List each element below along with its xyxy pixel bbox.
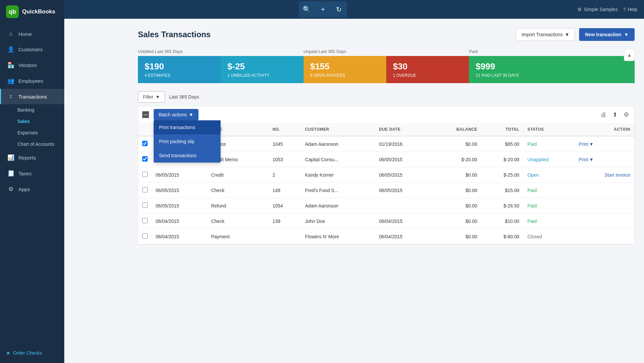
new-transaction-button[interactable]: New transaction ▼ xyxy=(579,28,635,41)
sidebar-item-reports-label: Reports xyxy=(18,155,36,161)
select-all-checkbox[interactable]: — xyxy=(142,111,149,118)
sidebar-item-customers-label: Customers xyxy=(18,47,43,52)
topbar-center: 🔍 + ↻ xyxy=(71,1,575,17)
row-date: 06/05/2015 xyxy=(152,167,207,183)
row-date: 06/05/2015 xyxy=(152,183,207,198)
estimates-card[interactable]: $190 4 ESTIMATES xyxy=(138,56,221,83)
row-checkbox-cell xyxy=(138,198,152,214)
home-icon: ⌂ xyxy=(7,31,14,37)
col-due-date[interactable]: DUE DATE xyxy=(375,123,430,136)
sidebar-item-taxes[interactable]: 🧾 Taxes xyxy=(0,166,64,181)
print-icon-button[interactable]: 🖨 xyxy=(599,110,608,120)
row-no xyxy=(268,229,301,244)
unpaid-label: Unpaid Last 365 Days xyxy=(304,49,469,54)
table-container: — Batch actions ▼ Print transactions Pri… xyxy=(138,106,635,245)
row-checkbox[interactable] xyxy=(142,172,148,177)
row-checkbox[interactable] xyxy=(142,233,148,239)
batch-print-packing-slip[interactable]: Print packing slip xyxy=(154,134,221,148)
row-status: Unapplied xyxy=(524,152,575,167)
settings-label: Simple Samples xyxy=(584,7,618,12)
col-customer[interactable]: CUSTOMER xyxy=(301,123,375,136)
row-total: $10.00 xyxy=(481,214,524,229)
row-date: 06/04/2015 xyxy=(152,229,207,244)
row-checkbox-cell xyxy=(138,214,152,229)
row-checkbox[interactable] xyxy=(142,187,148,192)
export-icon-button[interactable]: ⬆ xyxy=(611,110,619,120)
sidebar-sub-banking[interactable]: Banking xyxy=(0,104,64,116)
open-invoices-card[interactable]: $155 6 OPEN INVOICES xyxy=(304,56,386,83)
col-no[interactable]: NO. xyxy=(268,123,301,136)
sidebar-item-employees[interactable]: 👥 Employees xyxy=(0,73,64,89)
row-customer: Adam Aaronson xyxy=(301,136,375,152)
col-status[interactable]: STATUS xyxy=(524,123,575,136)
estimates-amount: $190 xyxy=(145,61,214,72)
col-balance[interactable]: BALANCE xyxy=(430,123,481,136)
table-row: 06/05/2015 Refund 1054 Adam Aaronson $0.… xyxy=(138,198,634,214)
batch-actions-button[interactable]: Batch actions ▼ xyxy=(154,109,198,120)
row-action xyxy=(575,214,634,229)
sidebar-item-transactions[interactable]: ↕ Transactions xyxy=(0,89,64,104)
settings-item[interactable]: ⚙ Simple Samples xyxy=(577,7,618,12)
action-start-invoice-link[interactable]: Start invoice xyxy=(605,172,630,178)
row-checkbox[interactable] xyxy=(142,156,148,162)
unbilled-label: Unbilled Last 365 Days xyxy=(138,49,304,54)
search-button[interactable]: 🔍 xyxy=(299,1,315,17)
paid-amount: $999 xyxy=(476,61,628,72)
paid-card[interactable]: $999 21 PAID LAST 30 DAYS xyxy=(469,56,635,83)
row-balance: $0.00 xyxy=(430,229,481,244)
row-no: 1054 xyxy=(268,198,301,214)
topbar: 🔍 + ↻ ⚙ Simple Samples ? Help xyxy=(64,0,644,19)
overdue-amount: $30 xyxy=(393,61,462,72)
action-print-button[interactable]: Print ▼ xyxy=(579,141,594,147)
sidebar-nav: ⌂ Home 👤 Customers 🏪 Vendors 👥 Employees… xyxy=(0,23,64,363)
collapse-button[interactable]: ▲ xyxy=(624,49,635,61)
quickbooks-logo-icon: qb xyxy=(6,5,19,18)
sidebar-item-reports[interactable]: 📊 Reports xyxy=(0,150,64,166)
settings-icon-button[interactable]: ⚙ xyxy=(622,110,630,120)
row-checkbox[interactable] xyxy=(142,218,148,223)
sidebar-item-apps[interactable]: ⚙ Apps xyxy=(0,181,64,197)
sidebar-item-home[interactable]: ⌂ Home xyxy=(0,26,64,42)
estimates-sub: 4 ESTIMATES xyxy=(145,73,214,78)
help-item[interactable]: ? Help xyxy=(623,7,637,12)
col-total[interactable]: TOTAL xyxy=(481,123,524,136)
vendors-icon: 🏪 xyxy=(7,62,14,69)
reports-icon: 📊 xyxy=(7,154,14,161)
batch-send-transactions[interactable]: Send transactions xyxy=(154,148,221,163)
row-customer: Flowers N' More xyxy=(301,229,375,244)
refresh-button[interactable]: ↻ xyxy=(331,1,347,17)
import-transactions-button[interactable]: Import Transactions ▼ xyxy=(516,28,575,41)
sidebar-item-vendors[interactable]: 🏪 Vendors xyxy=(0,57,64,73)
row-checkbox[interactable] xyxy=(142,141,148,146)
sidebar-sub-chart-of-accounts[interactable]: Chart of Accounts xyxy=(0,138,64,150)
apps-icon: ⚙ xyxy=(7,186,14,193)
sidebar-order-checks[interactable]: ★ Order Checks xyxy=(0,346,64,360)
import-dropdown-icon: ▼ xyxy=(565,32,569,37)
page-title: Sales Transactions xyxy=(138,30,211,39)
row-due-date: 06/04/2015 xyxy=(375,229,430,244)
action-print-button[interactable]: Print ▼ xyxy=(579,157,594,162)
status-badge: Paid xyxy=(528,141,537,147)
row-status: Closed xyxy=(524,229,575,244)
sidebar: qb QuickBooks ⌂ Home 👤 Customers 🏪 Vendo… xyxy=(0,0,64,363)
row-balance: $0.00 xyxy=(430,214,481,229)
add-button[interactable]: + xyxy=(315,1,331,17)
overdue-card[interactable]: $30 1 OVERDUE xyxy=(386,56,469,83)
filter-label: Filter xyxy=(143,94,153,100)
sidebar-item-customers[interactable]: 👤 Customers xyxy=(0,42,64,57)
date-filter-label: Last 365 Days xyxy=(169,94,199,100)
filter-button[interactable]: Filter ▼ xyxy=(138,91,165,103)
row-checkbox-cell xyxy=(138,229,152,244)
sidebar-sub-expenses[interactable]: Expenses xyxy=(0,127,64,138)
batch-print-transactions[interactable]: Print transactions xyxy=(154,120,221,134)
row-action xyxy=(575,229,634,244)
sidebar-sub-sales[interactable]: Sales xyxy=(0,116,64,127)
status-badge: Paid xyxy=(528,219,537,224)
status-badge: Closed xyxy=(528,234,542,239)
action-dropdown-icon: ▼ xyxy=(589,141,594,147)
sidebar-logo[interactable]: qb QuickBooks xyxy=(0,0,64,23)
unbilled-activity-card[interactable]: $-25 1 UNBILLED ACTIVITY xyxy=(221,56,303,83)
row-action xyxy=(575,183,634,198)
row-checkbox[interactable] xyxy=(142,202,148,208)
row-customer: John Doe xyxy=(301,214,375,229)
